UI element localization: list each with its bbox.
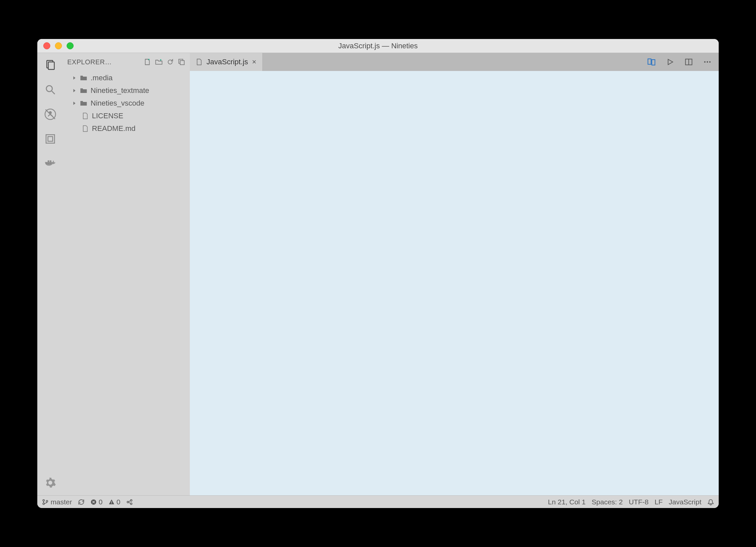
explorer-sidebar: EXPLORER… .mediaNineties_textmateNinetie… bbox=[63, 53, 190, 495]
run-icon[interactable] bbox=[665, 57, 675, 67]
extensions-icon[interactable] bbox=[44, 132, 57, 146]
svg-point-21 bbox=[707, 61, 708, 63]
svg-rect-13 bbox=[50, 161, 51, 162]
explorer-icon[interactable] bbox=[44, 58, 57, 72]
svg-point-23 bbox=[43, 499, 45, 501]
refresh-icon[interactable] bbox=[166, 58, 175, 66]
debug-icon[interactable] bbox=[44, 108, 57, 121]
item-label: Nineties_textmate bbox=[91, 86, 149, 95]
item-label: Nineties_vscode bbox=[91, 99, 144, 108]
svg-rect-12 bbox=[48, 161, 49, 162]
svg-rect-8 bbox=[48, 137, 53, 141]
folder-item[interactable]: .media bbox=[63, 72, 190, 84]
svg-rect-7 bbox=[46, 135, 55, 143]
svg-rect-16 bbox=[648, 59, 651, 64]
cursor-position[interactable]: Ln 21, Col 1 bbox=[548, 498, 585, 506]
svg-point-30 bbox=[131, 499, 132, 501]
item-label: LICENSE bbox=[92, 112, 123, 120]
file-icon bbox=[196, 59, 202, 65]
eol[interactable]: LF bbox=[654, 498, 663, 506]
folder-icon bbox=[80, 87, 87, 94]
live-share-icon[interactable] bbox=[126, 499, 133, 505]
file-icon bbox=[82, 113, 89, 119]
more-actions-icon[interactable] bbox=[703, 57, 712, 67]
chevron-right-icon bbox=[73, 101, 77, 105]
svg-point-31 bbox=[131, 503, 132, 504]
explorer-title: EXPLORER… bbox=[67, 58, 141, 66]
collapse-all-icon[interactable] bbox=[177, 58, 186, 66]
titlebar: JavaScript.js — Nineties bbox=[37, 39, 719, 53]
svg-rect-27 bbox=[111, 501, 112, 503]
explorer-header: EXPLORER… bbox=[63, 53, 190, 71]
chevron-right-icon bbox=[73, 89, 77, 93]
search-icon[interactable] bbox=[44, 83, 57, 96]
window-title: JavaScript.js — Nineties bbox=[37, 42, 719, 50]
compare-changes-icon[interactable] bbox=[647, 57, 656, 67]
folder-item[interactable]: Nineties_textmate bbox=[63, 84, 190, 97]
split-editor-icon[interactable] bbox=[684, 57, 693, 67]
svg-point-6 bbox=[49, 112, 51, 114]
svg-point-29 bbox=[127, 501, 129, 503]
encoding[interactable]: UTF-8 bbox=[629, 498, 649, 506]
code-editor[interactable] bbox=[190, 71, 719, 495]
svg-rect-28 bbox=[111, 503, 112, 504]
svg-rect-15 bbox=[180, 61, 184, 65]
file-icon bbox=[82, 125, 89, 132]
tab-bar: JavaScript.js × bbox=[190, 53, 719, 71]
svg-rect-1 bbox=[48, 62, 54, 70]
settings-gear-icon[interactable] bbox=[44, 476, 57, 489]
notifications-bell-icon[interactable] bbox=[707, 499, 714, 505]
indent-setting[interactable]: Spaces: 2 bbox=[592, 498, 623, 506]
svg-point-25 bbox=[46, 500, 48, 502]
editor-area: JavaScript.js × bbox=[190, 53, 719, 495]
svg-line-5 bbox=[46, 110, 55, 119]
folder-item[interactable]: Nineties_vscode bbox=[63, 97, 190, 110]
svg-point-20 bbox=[704, 61, 705, 63]
svg-point-24 bbox=[43, 503, 45, 504]
chevron-right-icon bbox=[73, 76, 77, 80]
svg-line-3 bbox=[52, 91, 55, 94]
folder-icon bbox=[80, 100, 87, 107]
app-window: JavaScript.js — Nineties bbox=[37, 39, 719, 508]
tab-close-icon[interactable]: × bbox=[252, 58, 256, 66]
new-folder-icon[interactable] bbox=[155, 58, 163, 66]
svg-point-2 bbox=[46, 86, 52, 92]
svg-point-22 bbox=[709, 61, 710, 63]
language-mode[interactable]: JavaScript bbox=[669, 498, 701, 506]
docker-icon[interactable] bbox=[44, 157, 57, 170]
git-branch[interactable]: master bbox=[42, 498, 72, 506]
activity-bar bbox=[37, 53, 63, 495]
tab-label: JavaScript.js bbox=[206, 58, 248, 66]
sync-icon[interactable] bbox=[78, 499, 85, 505]
new-file-icon[interactable] bbox=[143, 58, 152, 66]
branch-name: master bbox=[51, 498, 72, 506]
item-label: README.md bbox=[92, 124, 136, 133]
status-bar: master 0 0 Ln 21, Col 1 Spaces: 2 UTF-8 … bbox=[37, 495, 719, 508]
file-tree: .mediaNineties_textmateNineties_vscodeLI… bbox=[63, 71, 190, 136]
folder-icon bbox=[80, 74, 87, 82]
file-item[interactable]: LICENSE bbox=[63, 110, 190, 122]
svg-rect-17 bbox=[652, 60, 655, 65]
item-label: .media bbox=[91, 74, 113, 82]
tab-javascript[interactable]: JavaScript.js × bbox=[190, 53, 263, 71]
problems[interactable]: 0 0 bbox=[91, 498, 120, 506]
file-item[interactable]: README.md bbox=[63, 122, 190, 135]
